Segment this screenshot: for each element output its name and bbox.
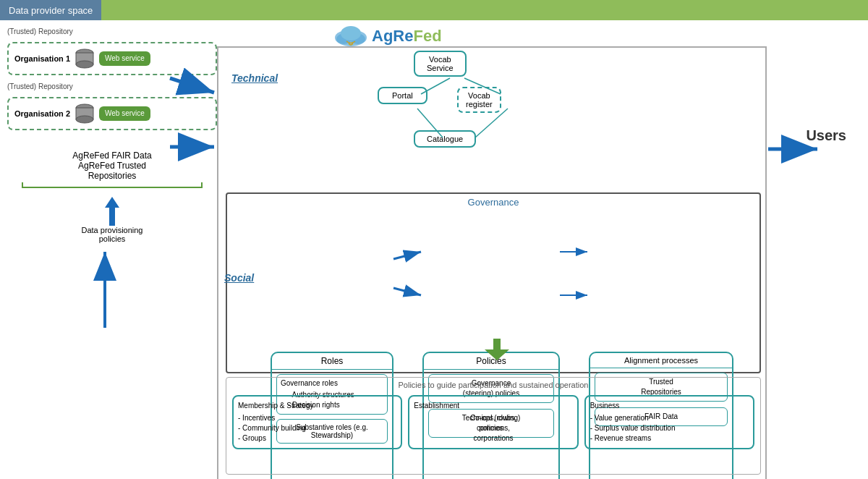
technical-section: Technical VocabService Portal Vocabregis… xyxy=(226,51,761,192)
bottom-boxes-container: Membership & Strategy - Incentives - Com… xyxy=(226,392,760,452)
establishment-box: Establishment Co-ops, clubs, commons, co… xyxy=(408,395,578,449)
bottom-section-title: Policies to guide participation and sust… xyxy=(226,378,760,392)
vocab-register-box: Vocabregister xyxy=(457,87,501,113)
bottom-section: Policies to guide participation and sust… xyxy=(226,377,761,475)
est-item2: commons, xyxy=(414,423,572,433)
policies-title: Policies xyxy=(424,353,558,370)
business-title: Business xyxy=(590,401,749,411)
org2-name: Organisation 2 xyxy=(14,109,70,118)
svg-line-17 xyxy=(393,252,421,259)
org1-trusted-label: (Trusted) Repository xyxy=(7,27,73,35)
establishment-title: Establishment xyxy=(414,401,572,411)
catalogue-label: Catalogue xyxy=(427,135,463,143)
portal-box: Portal xyxy=(378,87,427,104)
org1-web-service: Web service xyxy=(99,51,150,66)
info-line1: AgReFed FAIR Data xyxy=(7,151,217,161)
policy-text2: policies xyxy=(99,234,126,243)
social-label: Social xyxy=(224,272,254,284)
business-item3: - Revenue streams xyxy=(590,433,749,444)
est-item3: corporations xyxy=(414,433,572,444)
establishment-items: Co-ops, clubs, commons, corporations xyxy=(414,413,572,444)
org1-name: Organisation 1 xyxy=(14,54,70,63)
org2-wrapper: (Trusted) Repository Organisation 2 Web … xyxy=(7,97,217,130)
membership-title: Membership & Strategy xyxy=(238,401,396,411)
roles-title: Roles xyxy=(272,353,392,370)
alignment-title: Alignment processes xyxy=(590,353,732,368)
left-panel: (Trusted) Repository Organisation 1 Web … xyxy=(7,27,217,243)
up-arrow-icon xyxy=(105,197,119,226)
org1-db-icon xyxy=(75,48,95,69)
technical-label: Technical xyxy=(231,72,278,84)
org2-box: Organisation 2 Web service xyxy=(7,97,217,130)
vocab-register-label: Vocabregister xyxy=(466,91,493,109)
org1-box: Organisation 1 Web service xyxy=(7,42,217,75)
main-diagram: Technical VocabService Portal Vocabregis… xyxy=(217,46,767,479)
technical-connections-svg xyxy=(226,51,761,192)
membership-item1: - Incentives xyxy=(238,413,396,423)
svg-point-3 xyxy=(341,26,361,41)
business-item1: - Value generation xyxy=(590,413,749,423)
org2-web-service: Web service xyxy=(99,106,150,121)
vocab-service-label: VocabService xyxy=(427,55,454,72)
org2-trusted-label: (Trusted) Repository xyxy=(7,82,73,90)
business-item2: - Surplus value distribution xyxy=(590,423,749,433)
policy-area: Data provisioning policies xyxy=(7,197,217,243)
est-item1: Co-ops, clubs, xyxy=(414,413,572,423)
policy-text1: Data provisioning xyxy=(82,226,143,234)
membership-item2: - Community building xyxy=(238,423,396,433)
content-area: (Trusted) Repository Organisation 1 Web … xyxy=(0,20,868,479)
org1-wrapper: (Trusted) Repository Organisation 1 Web … xyxy=(7,42,217,75)
vocab-service-box: VocabService xyxy=(414,51,467,77)
banner-label: Data provider space xyxy=(0,0,101,20)
org2-db-icon xyxy=(75,103,95,124)
governance-section: Governance Roles Governance roles - Auth… xyxy=(226,192,761,373)
svg-line-18 xyxy=(393,288,421,295)
logo-area: AgReFed xyxy=(333,23,442,49)
info-text-area: AgReFed FAIR Data AgReFed Trusted Reposi… xyxy=(7,151,217,188)
membership-box: Membership & Strategy - Incentives - Com… xyxy=(232,395,402,449)
svg-marker-10 xyxy=(105,197,119,226)
info-line3: Repositories xyxy=(7,171,217,181)
svg-point-6 xyxy=(76,61,93,68)
governance-arrows-svg xyxy=(227,194,760,372)
catalogue-box: Catalogue xyxy=(414,130,476,148)
logo-text: AgReFed xyxy=(372,27,442,46)
info-line2: AgReFed Trusted xyxy=(7,161,217,171)
governance-title: Governance xyxy=(227,194,760,211)
main-container: Data provider space AgReFed (Trusted) Re… xyxy=(0,0,868,479)
logo-cloud-icon xyxy=(333,23,369,49)
business-box: Business - Value generation - Surplus va… xyxy=(584,395,754,449)
svg-point-9 xyxy=(76,116,93,123)
portal-label: Portal xyxy=(392,91,413,100)
membership-item3: - Groups xyxy=(238,433,396,444)
users-label: Users xyxy=(806,127,846,144)
top-banner: Data provider space xyxy=(0,0,868,20)
svg-line-14 xyxy=(475,109,508,137)
